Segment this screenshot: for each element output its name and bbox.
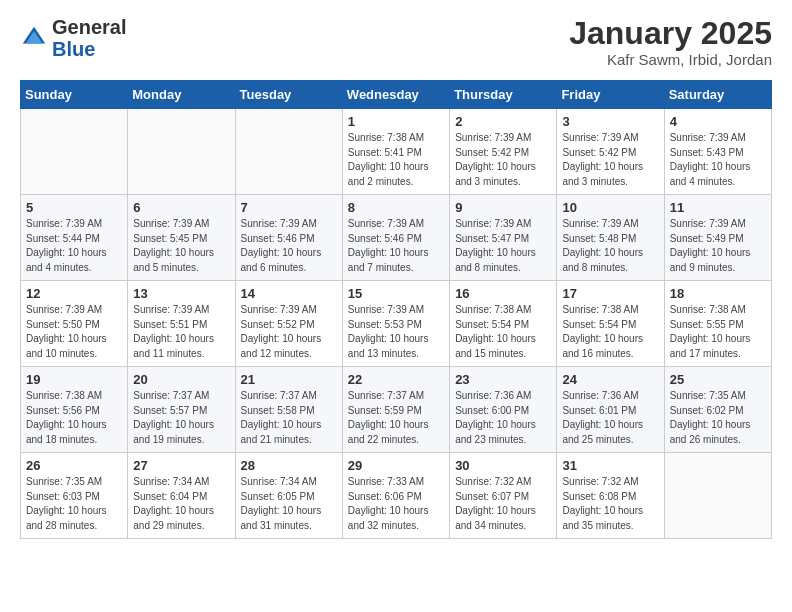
day-info: Sunrise: 7:38 AM Sunset: 5:56 PM Dayligh…: [26, 389, 122, 447]
calendar-cell: [128, 109, 235, 195]
header: General Blue January 2025 Kafr Sawm, Irb…: [20, 16, 772, 68]
day-info: Sunrise: 7:37 AM Sunset: 5:57 PM Dayligh…: [133, 389, 229, 447]
calendar-cell: 20Sunrise: 7:37 AM Sunset: 5:57 PM Dayli…: [128, 367, 235, 453]
calendar-header-sunday: Sunday: [21, 81, 128, 109]
calendar-cell: [21, 109, 128, 195]
day-info: Sunrise: 7:39 AM Sunset: 5:51 PM Dayligh…: [133, 303, 229, 361]
day-info: Sunrise: 7:38 AM Sunset: 5:41 PM Dayligh…: [348, 131, 444, 189]
day-info: Sunrise: 7:38 AM Sunset: 5:54 PM Dayligh…: [455, 303, 551, 361]
calendar-cell: [664, 453, 771, 539]
day-number: 17: [562, 286, 658, 301]
calendar-week-5: 26Sunrise: 7:35 AM Sunset: 6:03 PM Dayli…: [21, 453, 772, 539]
day-info: Sunrise: 7:39 AM Sunset: 5:45 PM Dayligh…: [133, 217, 229, 275]
day-info: Sunrise: 7:38 AM Sunset: 5:55 PM Dayligh…: [670, 303, 766, 361]
calendar-cell: 11Sunrise: 7:39 AM Sunset: 5:49 PM Dayli…: [664, 195, 771, 281]
logo-general-text: General: [52, 16, 126, 38]
day-info: Sunrise: 7:39 AM Sunset: 5:42 PM Dayligh…: [455, 131, 551, 189]
day-info: Sunrise: 7:39 AM Sunset: 5:42 PM Dayligh…: [562, 131, 658, 189]
calendar-cell: 27Sunrise: 7:34 AM Sunset: 6:04 PM Dayli…: [128, 453, 235, 539]
calendar-cell: 24Sunrise: 7:36 AM Sunset: 6:01 PM Dayli…: [557, 367, 664, 453]
calendar-cell: 22Sunrise: 7:37 AM Sunset: 5:59 PM Dayli…: [342, 367, 449, 453]
day-info: Sunrise: 7:39 AM Sunset: 5:43 PM Dayligh…: [670, 131, 766, 189]
day-info: Sunrise: 7:38 AM Sunset: 5:54 PM Dayligh…: [562, 303, 658, 361]
day-number: 25: [670, 372, 766, 387]
calendar-cell: 4Sunrise: 7:39 AM Sunset: 5:43 PM Daylig…: [664, 109, 771, 195]
day-number: 21: [241, 372, 337, 387]
calendar-cell: 31Sunrise: 7:32 AM Sunset: 6:08 PM Dayli…: [557, 453, 664, 539]
calendar-cell: 21Sunrise: 7:37 AM Sunset: 5:58 PM Dayli…: [235, 367, 342, 453]
calendar-week-2: 5Sunrise: 7:39 AM Sunset: 5:44 PM Daylig…: [21, 195, 772, 281]
calendar-week-3: 12Sunrise: 7:39 AM Sunset: 5:50 PM Dayli…: [21, 281, 772, 367]
day-number: 30: [455, 458, 551, 473]
day-number: 10: [562, 200, 658, 215]
day-info: Sunrise: 7:36 AM Sunset: 6:00 PM Dayligh…: [455, 389, 551, 447]
day-number: 31: [562, 458, 658, 473]
day-number: 5: [26, 200, 122, 215]
calendar-cell: 26Sunrise: 7:35 AM Sunset: 6:03 PM Dayli…: [21, 453, 128, 539]
calendar-cell: 3Sunrise: 7:39 AM Sunset: 5:42 PM Daylig…: [557, 109, 664, 195]
calendar-cell: 7Sunrise: 7:39 AM Sunset: 5:46 PM Daylig…: [235, 195, 342, 281]
day-number: 2: [455, 114, 551, 129]
day-number: 22: [348, 372, 444, 387]
day-number: 29: [348, 458, 444, 473]
calendar-cell: 23Sunrise: 7:36 AM Sunset: 6:00 PM Dayli…: [450, 367, 557, 453]
day-number: 12: [26, 286, 122, 301]
day-info: Sunrise: 7:39 AM Sunset: 5:47 PM Dayligh…: [455, 217, 551, 275]
calendar-week-1: 1Sunrise: 7:38 AM Sunset: 5:41 PM Daylig…: [21, 109, 772, 195]
page: General Blue January 2025 Kafr Sawm, Irb…: [0, 0, 792, 555]
day-info: Sunrise: 7:35 AM Sunset: 6:03 PM Dayligh…: [26, 475, 122, 533]
calendar-cell: 12Sunrise: 7:39 AM Sunset: 5:50 PM Dayli…: [21, 281, 128, 367]
day-number: 9: [455, 200, 551, 215]
calendar-cell: 14Sunrise: 7:39 AM Sunset: 5:52 PM Dayli…: [235, 281, 342, 367]
calendar-cell: 5Sunrise: 7:39 AM Sunset: 5:44 PM Daylig…: [21, 195, 128, 281]
day-info: Sunrise: 7:39 AM Sunset: 5:53 PM Dayligh…: [348, 303, 444, 361]
calendar-cell: 1Sunrise: 7:38 AM Sunset: 5:41 PM Daylig…: [342, 109, 449, 195]
calendar-cell: 30Sunrise: 7:32 AM Sunset: 6:07 PM Dayli…: [450, 453, 557, 539]
calendar-header-saturday: Saturday: [664, 81, 771, 109]
day-number: 16: [455, 286, 551, 301]
calendar-cell: 9Sunrise: 7:39 AM Sunset: 5:47 PM Daylig…: [450, 195, 557, 281]
day-number: 19: [26, 372, 122, 387]
day-number: 24: [562, 372, 658, 387]
day-info: Sunrise: 7:39 AM Sunset: 5:52 PM Dayligh…: [241, 303, 337, 361]
day-number: 18: [670, 286, 766, 301]
day-number: 23: [455, 372, 551, 387]
day-info: Sunrise: 7:34 AM Sunset: 6:04 PM Dayligh…: [133, 475, 229, 533]
logo-icon: [20, 24, 48, 52]
day-info: Sunrise: 7:35 AM Sunset: 6:02 PM Dayligh…: [670, 389, 766, 447]
day-info: Sunrise: 7:37 AM Sunset: 5:58 PM Dayligh…: [241, 389, 337, 447]
calendar-cell: 18Sunrise: 7:38 AM Sunset: 5:55 PM Dayli…: [664, 281, 771, 367]
calendar-cell: 28Sunrise: 7:34 AM Sunset: 6:05 PM Dayli…: [235, 453, 342, 539]
day-info: Sunrise: 7:39 AM Sunset: 5:46 PM Dayligh…: [348, 217, 444, 275]
month-title: January 2025: [569, 16, 772, 51]
day-info: Sunrise: 7:37 AM Sunset: 5:59 PM Dayligh…: [348, 389, 444, 447]
day-number: 13: [133, 286, 229, 301]
calendar-header-friday: Friday: [557, 81, 664, 109]
calendar-cell: 10Sunrise: 7:39 AM Sunset: 5:48 PM Dayli…: [557, 195, 664, 281]
logo-blue-text: Blue: [52, 38, 95, 60]
calendar-header-row: SundayMondayTuesdayWednesdayThursdayFrid…: [21, 81, 772, 109]
calendar-cell: 6Sunrise: 7:39 AM Sunset: 5:45 PM Daylig…: [128, 195, 235, 281]
day-info: Sunrise: 7:32 AM Sunset: 6:07 PM Dayligh…: [455, 475, 551, 533]
day-number: 27: [133, 458, 229, 473]
calendar-header-thursday: Thursday: [450, 81, 557, 109]
day-info: Sunrise: 7:39 AM Sunset: 5:50 PM Dayligh…: [26, 303, 122, 361]
day-number: 26: [26, 458, 122, 473]
day-info: Sunrise: 7:36 AM Sunset: 6:01 PM Dayligh…: [562, 389, 658, 447]
calendar-cell: 25Sunrise: 7:35 AM Sunset: 6:02 PM Dayli…: [664, 367, 771, 453]
day-info: Sunrise: 7:33 AM Sunset: 6:06 PM Dayligh…: [348, 475, 444, 533]
day-info: Sunrise: 7:39 AM Sunset: 5:46 PM Dayligh…: [241, 217, 337, 275]
day-info: Sunrise: 7:34 AM Sunset: 6:05 PM Dayligh…: [241, 475, 337, 533]
day-number: 28: [241, 458, 337, 473]
calendar-cell: 2Sunrise: 7:39 AM Sunset: 5:42 PM Daylig…: [450, 109, 557, 195]
day-number: 15: [348, 286, 444, 301]
day-info: Sunrise: 7:39 AM Sunset: 5:49 PM Dayligh…: [670, 217, 766, 275]
calendar-header-tuesday: Tuesday: [235, 81, 342, 109]
day-info: Sunrise: 7:39 AM Sunset: 5:48 PM Dayligh…: [562, 217, 658, 275]
day-number: 8: [348, 200, 444, 215]
calendar-cell: 13Sunrise: 7:39 AM Sunset: 5:51 PM Dayli…: [128, 281, 235, 367]
calendar: SundayMondayTuesdayWednesdayThursdayFrid…: [20, 80, 772, 539]
day-number: 4: [670, 114, 766, 129]
title-block: January 2025 Kafr Sawm, Irbid, Jordan: [569, 16, 772, 68]
calendar-header-monday: Monday: [128, 81, 235, 109]
